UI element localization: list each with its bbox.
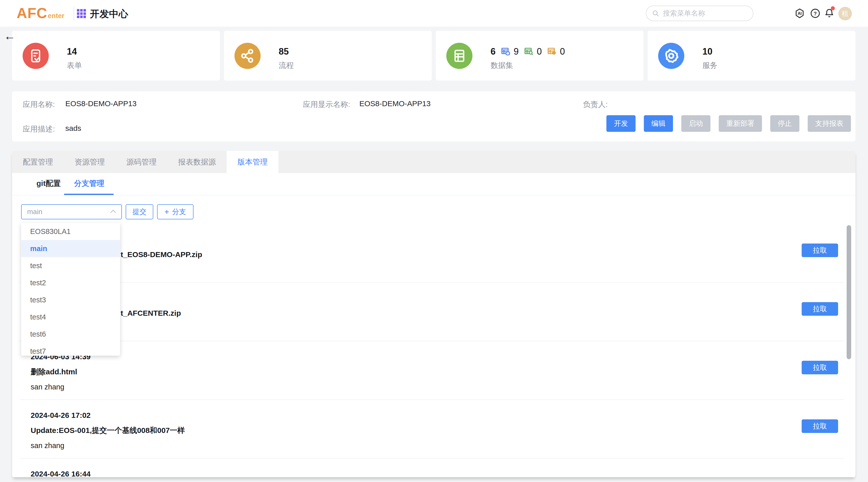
stat-card-flows: 85 流程 (224, 31, 432, 81)
dataset-gear-stat: 0 (547, 46, 565, 57)
branch-option[interactable]: EOS830LA1 (21, 223, 120, 240)
dataset-search-stat: 0 (524, 46, 542, 57)
service-gear-icon (658, 43, 684, 69)
plus-icon: + (164, 207, 169, 217)
afcenter-logo[interactable]: AFC enter (17, 4, 64, 21)
commit-message: t_AFCENTER.zip (121, 308, 181, 318)
subtab-bar: git配置 分支管理 (12, 173, 856, 195)
pull-button[interactable]: 拉取 (802, 302, 838, 316)
stat-value: 10 (703, 46, 712, 57)
vertical-scrollbar[interactable] (847, 225, 851, 359)
tab-bar: 配置管理 资源管理 源码管理 报表数据源 版本管理 (12, 151, 856, 173)
branch-option[interactable]: test3 (21, 291, 120, 308)
tab-source-management[interactable]: 源码管理 (116, 151, 167, 173)
commit-datetime: 2024-04-26 17:02 (31, 410, 91, 420)
support-report-button[interactable]: 支持报表 (808, 115, 851, 132)
tab-version-management[interactable]: 版本管理 (227, 151, 278, 173)
develop-button[interactable]: 开发 (607, 115, 636, 132)
app-name-value: EOS8-DEMO-APP13 (65, 100, 136, 108)
page-title: 开发中心 (90, 7, 128, 20)
page: AFC enter 开发中心 AI ? (0, 0, 868, 482)
commit-row: t_EOS8-DEMO-APP.zip 拉取 (12, 224, 856, 283)
branch-select[interactable]: main (21, 204, 122, 219)
edit-button[interactable]: 编辑 (644, 115, 673, 132)
stat-value: 85 (279, 46, 289, 57)
stat-card-services: 10 服务 (648, 31, 856, 81)
form-icon (23, 43, 49, 69)
commit-row: 2024-04-26 17:02 Update:EOS-001,提交一个基线00… (12, 400, 856, 458)
pull-button[interactable]: 拉取 (802, 361, 838, 374)
app-name-label: 应用名称: (23, 100, 55, 110)
branch-option[interactable]: test4 (21, 308, 120, 325)
stat-value: 6 (491, 46, 496, 57)
commit-row: t_AFCENTER.zip 拉取 (12, 283, 856, 341)
tab-config-management[interactable]: 配置管理 (12, 151, 64, 173)
redeploy-button[interactable]: 重新部署 (719, 115, 762, 132)
start-button[interactable]: 启动 (681, 115, 710, 132)
app-actions: 开发 编辑 启动 重新部署 停止 支持报表 (607, 115, 851, 132)
app-desc-value: sads (65, 124, 81, 133)
branch-controls: main 提交 + 分支 (12, 195, 856, 220)
dataset-db-icon (501, 47, 510, 57)
pull-button[interactable]: 拉取 (802, 419, 838, 433)
commit-row: 2024-04-26 16:44 拉取 (12, 458, 856, 477)
logo-text-main: AFC (17, 4, 47, 21)
branch-option[interactable]: test7 (21, 343, 120, 356)
commit-message: t_EOS8-DEMO-APP.zip (121, 250, 202, 260)
app-display-name-value: EOS8-DEMO-APP13 (359, 100, 431, 108)
stat-card-datasets: 6 9 0 (436, 31, 644, 81)
commit-datetime: 2024-04-26 16:44 (31, 469, 91, 477)
stat-label: 流程 (279, 60, 294, 71)
commit-author: san zhang (31, 382, 64, 392)
notifications-bell-icon[interactable] (823, 7, 835, 19)
stat-label: 服务 (703, 60, 717, 71)
stat-label: 数据集 (491, 60, 513, 71)
app-desc-label: 应用描述: (23, 124, 55, 134)
commit-author: san zhang (31, 441, 64, 451)
back-button[interactable]: ← (4, 30, 16, 42)
branch-option[interactable]: test6 (21, 325, 120, 343)
dataset-icon (446, 43, 472, 69)
top-header: AFC enter 开发中心 AI ? (0, 0, 868, 27)
help-icon[interactable]: ? (809, 7, 821, 19)
notification-dot (831, 6, 835, 10)
header-divider (74, 6, 74, 21)
flow-icon (235, 43, 260, 69)
version-management-panel: 配置管理 资源管理 源码管理 报表数据源 版本管理 git配置 分支管理 t_E… (12, 151, 856, 477)
app-info-panel: 应用名称: EOS8-DEMO-APP13 应用显示名称: EOS8-DEMO-… (12, 91, 856, 141)
branch-option[interactable]: test (21, 257, 120, 274)
commit-row: 2024-06-03 14:39 删除add.html san zhang 拉取 (12, 341, 856, 400)
branch-option[interactable]: test2 (21, 274, 120, 291)
menu-search[interactable] (646, 5, 753, 21)
stat-value: 14 (67, 46, 77, 57)
search-icon (652, 9, 659, 17)
dataset-db-stat: 9 (501, 46, 519, 57)
dataset-gear-icon (547, 47, 557, 57)
search-input[interactable] (663, 9, 747, 17)
commit-message: Update:EOS-001,提交一个基线008和007一样 (31, 425, 185, 435)
stat-card-forms: 14 表单 (12, 31, 220, 81)
stop-button[interactable]: 停止 (770, 115, 799, 132)
apps-grid-icon[interactable] (77, 9, 86, 18)
tab-resource-management[interactable]: 资源管理 (64, 151, 116, 173)
pull-button[interactable]: 拉取 (802, 244, 838, 257)
owner-label: 负责人: (583, 100, 608, 110)
user-avatar[interactable]: 租 (838, 7, 852, 20)
svg-text:AI: AI (798, 11, 802, 16)
branch-option-selected[interactable]: main (21, 240, 120, 257)
ai-assistant-icon[interactable]: AI (794, 7, 806, 19)
branch-dropdown: EOS830LA1 main test test2 test3 test4 te… (21, 223, 120, 356)
subtab-branch-management[interactable]: 分支管理 (74, 173, 104, 194)
commit-button[interactable]: 提交 (126, 204, 153, 219)
logo-text-sub: enter (48, 12, 64, 20)
stat-label: 表单 (67, 60, 82, 71)
commit-message: 删除add.html (31, 367, 77, 377)
dataset-search-icon (524, 47, 534, 57)
svg-text:?: ? (814, 11, 817, 16)
subtab-git-config[interactable]: git配置 (36, 173, 61, 194)
app-display-name-label: 应用显示名称: (303, 100, 350, 110)
new-branch-button[interactable]: + 分支 (157, 204, 193, 219)
branch-select-value: main (27, 208, 112, 216)
new-branch-label: 分支 (172, 207, 186, 217)
tab-report-datasource[interactable]: 报表数据源 (167, 151, 227, 173)
